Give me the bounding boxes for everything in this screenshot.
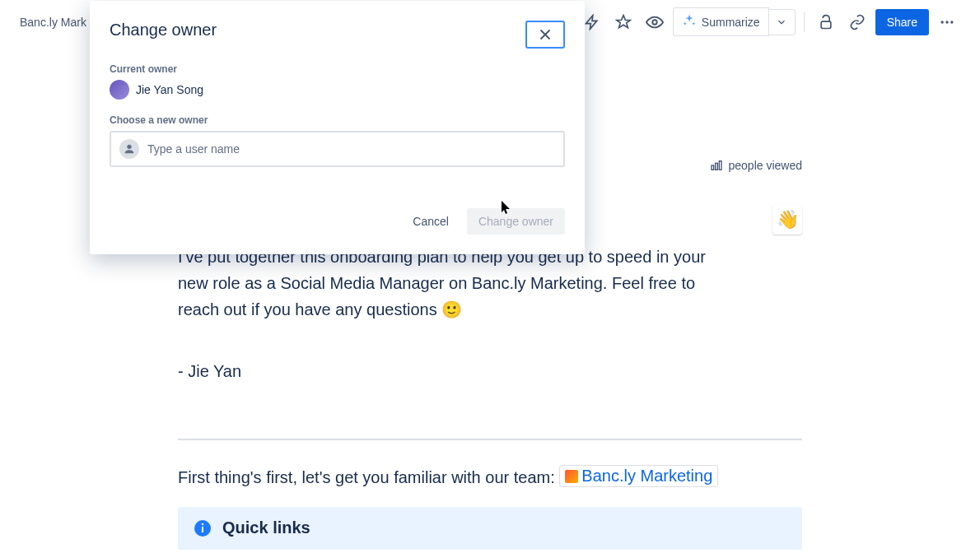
team-page-link[interactable]: Banc.ly Marketing: [559, 465, 718, 487]
svg-point-0: [652, 20, 657, 25]
user-name-input[interactable]: [147, 142, 555, 156]
svg-rect-6: [716, 163, 718, 170]
summarize-group: Summarize: [673, 7, 796, 36]
change-owner-modal: Change owner Current owner Jie Yan Song …: [90, 1, 585, 254]
info-icon: [193, 518, 212, 538]
choose-owner-label: Choose a new owner: [110, 114, 565, 126]
toolbar-actions: Summarize Share: [579, 7, 960, 36]
space-icon: [565, 470, 578, 483]
info-panel: Quick links: [178, 507, 802, 550]
share-button[interactable]: Share: [875, 9, 929, 35]
svg-point-11: [127, 145, 131, 149]
lock-icon[interactable]: [813, 9, 839, 35]
cancel-button[interactable]: Cancel: [401, 208, 460, 235]
viewed-text: people viewed: [728, 159, 802, 172]
summarize-dropdown[interactable]: [769, 9, 796, 35]
placeholder-avatar-icon: [119, 139, 139, 159]
familiar-line: First thing's first, let's get you famil…: [178, 465, 802, 487]
body-text: I've put together this onboarding plan t…: [178, 244, 740, 323]
change-owner-button[interactable]: Change owner: [467, 208, 565, 235]
svg-point-4: [950, 21, 953, 23]
watch-icon[interactable]: [642, 9, 668, 35]
breadcrumb[interactable]: Banc.ly Mark: [20, 16, 86, 29]
sparkle-icon: [682, 13, 697, 30]
familiar-prefix: First thing's first, let's get you famil…: [178, 468, 559, 486]
emoji-reaction[interactable]: 👋: [772, 205, 802, 235]
team-link-text: Banc.ly Marketing: [581, 467, 712, 486]
svg-point-3: [945, 21, 948, 23]
svg-rect-5: [712, 165, 714, 170]
user-input-wrapper[interactable]: [110, 131, 565, 167]
close-button[interactable]: [525, 21, 565, 49]
wave-emoji: 👋: [777, 209, 799, 230]
more-icon[interactable]: [934, 9, 960, 35]
svg-point-2: [941, 21, 944, 23]
quick-links-title: Quick links: [222, 518, 310, 537]
svg-rect-7: [720, 161, 722, 170]
author-line: - Jie Yan: [178, 362, 740, 381]
current-owner-row: Jie Yan Song: [110, 80, 565, 100]
modal-title: Change owner: [110, 21, 217, 40]
summarize-button[interactable]: Summarize: [673, 7, 769, 36]
divider: [804, 12, 805, 32]
info-content: Quick links: [222, 518, 310, 537]
modal-header: Change owner: [110, 21, 565, 49]
owner-name: Jie Yan Song: [136, 83, 203, 96]
svg-point-10: [202, 523, 203, 525]
svg-rect-1: [821, 21, 831, 28]
close-icon: [536, 26, 554, 44]
summarize-label: Summarize: [702, 16, 760, 29]
divider-line: [178, 439, 802, 440]
link-icon[interactable]: [844, 9, 870, 35]
svg-rect-9: [202, 527, 203, 532]
analytics-icon: [710, 159, 723, 172]
current-owner-label: Current owner: [110, 63, 565, 75]
star-icon[interactable]: [610, 9, 637, 35]
modal-footer: Cancel Change owner: [110, 208, 565, 235]
owner-avatar: [110, 80, 129, 100]
